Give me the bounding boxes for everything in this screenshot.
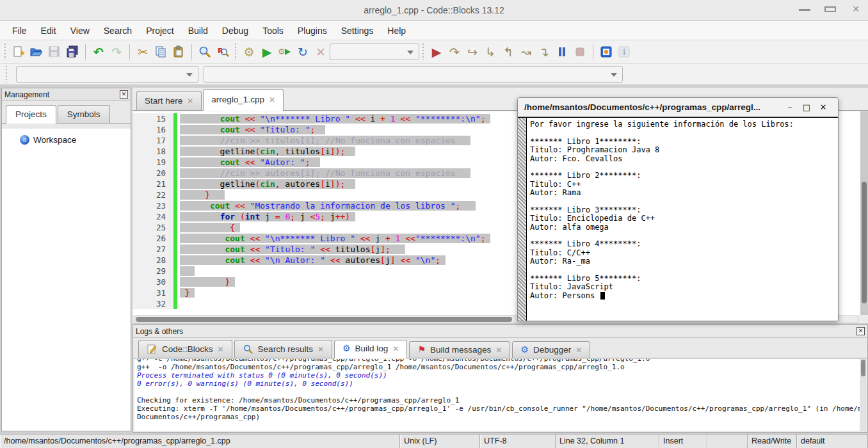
undo-icon[interactable]: ↶ [90,43,108,61]
menu-file[interactable]: File [5,22,34,39]
editor-tab-arreglo-1-cpp[interactable]: arreglo_1.cpp✕ [203,89,284,111]
code-line-text[interactable]: cout << "\n******* Libro " << j + 1 <<"*… [177,233,490,244]
selection-trail [345,179,355,189]
menu-settings[interactable]: Settings [334,22,381,39]
symbol-combo[interactable] [204,66,623,83]
log-tab-build-log[interactable]: ⚙Build log✕ [334,340,407,358]
code-line-text[interactable]: for (int j = 0; j <5; j++) [177,211,355,222]
paste-icon[interactable] [170,43,188,61]
menu-search[interactable]: Search [97,22,139,39]
logs-close-icon[interactable]: ✕ [856,327,865,335]
log-tab-label: Build log [355,344,389,353]
close-icon[interactable]: ✕ [218,345,224,354]
code-token: i [325,147,330,156]
log-tab-code-blocks[interactable]: Code::Blocks✕ [138,340,232,358]
code-line-text[interactable]: cout << "\n Autor: " << autores[j] << "\… [177,255,446,266]
step-into-icon[interactable]: ↳ [481,43,499,61]
run-icon[interactable]: ▶ [258,43,276,61]
scope-combo[interactable] [16,66,198,83]
close-icon[interactable]: ✕ [495,346,502,355]
code-line-text[interactable]: cout << "\n******* Libro " << i + 1 << "… [177,113,490,124]
code-token: "\n******* Libro " [260,114,350,124]
replace-icon[interactable]: R [214,43,232,61]
debug-continue-icon[interactable]: ▶ [428,43,446,61]
menu-view[interactable]: View [63,22,97,39]
run-to-cursor-icon[interactable]: ↷ [446,43,463,61]
build-target-combo[interactable] [330,44,419,60]
find-icon[interactable] [196,43,214,61]
code-line-text[interactable]: //cin >> titulos[i]; //No funciona con e… [177,135,470,146]
management-close-icon[interactable]: ✕ [120,90,128,99]
various-info-icon[interactable]: i [615,43,633,61]
tab-projects[interactable]: Projects [6,105,56,124]
window-close-button[interactable]: ✕ [850,4,862,14]
menu-plugins[interactable]: Plugins [291,22,334,39]
stop-debugger-icon[interactable] [571,43,589,61]
code-token: "********:\n" [415,114,481,124]
abort-icon[interactable]: ✕ [312,43,330,61]
close-icon[interactable]: ✕ [317,345,324,354]
code-line-text[interactable]: cout << "Autor: "; [177,157,320,168]
code-line-text[interactable]: } [177,287,195,298]
break-debugger-icon[interactable] [553,43,571,61]
window-maximize-button[interactable] [824,4,836,14]
code-line-text[interactable] [177,298,180,309]
line-number: 17 [133,135,173,146]
terminal-text[interactable]: Por favor ingrese la siguiente informaci… [530,120,837,319]
redo-icon[interactable]: ↷ [108,43,125,61]
code-token: << [405,234,415,243]
terminal-scrollbar[interactable] [518,118,527,321]
selection-highlight: getline(cin, autores[i]); [180,179,355,189]
close-icon[interactable]: ✕ [187,97,193,106]
menu-tools[interactable]: Tools [255,22,291,39]
terminal-maximize-button[interactable]: □ [798,102,815,112]
editor-vertical-scrollbar[interactable] [860,111,868,315]
debugging-windows-icon[interactable] [597,43,615,61]
code-line-text[interactable]: getline(cin, autores[i]); [177,179,355,189]
log-tab-search-results[interactable]: Search results✕ [234,340,332,358]
code-line-text[interactable]: cout << "Mostrando la informacion de los… [177,200,476,211]
log-tab-build-messages[interactable]: ⚑Build messages✕ [409,341,510,358]
code-line-text[interactable]: cout << "Titulo: " << titulos[j]; [177,244,405,255]
menu-project[interactable]: Project [139,22,181,39]
cut-icon[interactable]: ✂ [134,43,152,61]
code-line-text[interactable]: cout << "Titulo: "; [177,124,325,135]
menu-build[interactable]: Build [181,22,215,39]
new-file-icon[interactable] [10,43,28,61]
menu-edit[interactable]: Edit [34,22,63,39]
workspace-tree-item[interactable]: ⌂ Workspace [2,129,131,145]
code-line-text[interactable]: } [177,276,235,287]
window-minimize-button[interactable] [799,4,810,14]
next-instruction-icon[interactable]: ↝ [517,43,535,61]
terminal-minimize-button[interactable]: – [782,102,798,112]
menu-debug[interactable]: Debug [215,22,255,39]
save-file-icon[interactable] [45,43,63,61]
code-token [245,234,250,243]
build-icon[interactable]: ⚙ [240,43,258,61]
close-icon[interactable]: ✕ [575,346,582,355]
next-line-icon[interactable]: ↪ [463,43,481,61]
tab-symbols[interactable]: Symbols [58,105,110,123]
logs-vertical-scrollbar[interactable] [860,359,866,431]
open-file-icon[interactable] [28,43,45,61]
editor-tab-start-here[interactable]: Start here✕ [136,91,202,110]
step-into-instruction-icon[interactable]: ↴ [535,43,553,61]
line-number: 21 [133,179,173,189]
copy-icon[interactable] [152,43,170,61]
build-and-run-icon[interactable]: ⚙ [276,43,294,61]
code-line-text[interactable]: } [177,189,225,200]
close-icon[interactable]: ✕ [269,95,275,104]
close-icon[interactable]: ✕ [392,344,399,353]
code-line-text[interactable] [177,266,195,276]
save-all-icon[interactable] [63,43,81,61]
terminal-close-button[interactable]: ✕ [815,102,832,112]
code-line-text[interactable]: { [177,222,240,233]
terminal-titlebar[interactable]: /home/msantos/Documentos/c++/programas_c… [518,98,838,117]
code-line-text[interactable]: //cin >> autores[i]; //No funciona con e… [177,168,470,179]
menu-help[interactable]: Help [380,22,413,39]
log-tab-debugger[interactable]: ⚙Debugger✕ [512,341,590,358]
toolbar-separator [593,44,593,60]
code-line-text[interactable]: getline(cin, titulos[i]); [177,146,355,157]
step-out-icon[interactable]: ↰ [499,43,517,61]
rebuild-icon[interactable]: ↻ [294,43,312,61]
